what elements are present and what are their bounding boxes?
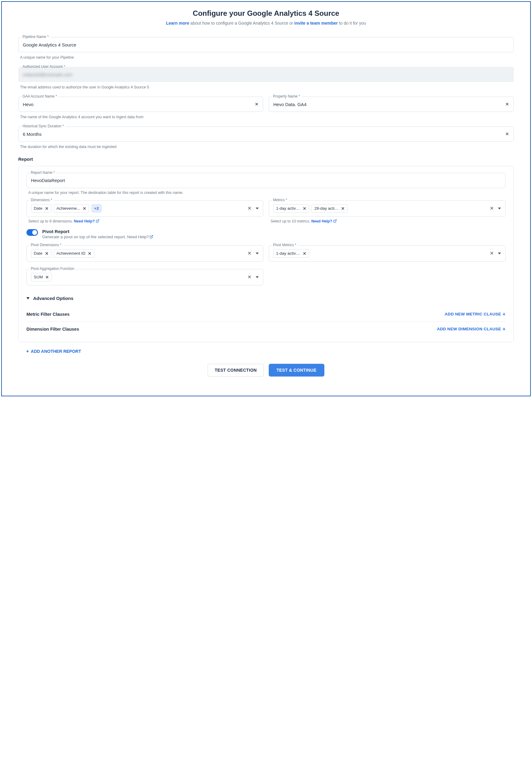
dimension-filter-label: Dimension Filter Clauses: [26, 327, 79, 331]
plus-icon: +: [503, 312, 506, 317]
chip-pivot-agg[interactable]: SUM✕: [31, 273, 52, 282]
pivot-metrics-field: Pivot Metrics * 1-day active u...✕ ✕: [269, 245, 506, 262]
svg-line-2: [151, 235, 153, 237]
clear-all-icon[interactable]: ✕: [490, 206, 494, 211]
pivot-dimensions-field: Pivot Dimensions * Date✕ Achievement ID✕…: [26, 245, 263, 262]
pivot-help-link[interactable]: Need Help?: [127, 235, 153, 239]
report-name-input[interactable]: HevoDataReport: [26, 173, 506, 188]
authorized-account-helper: The email address used to authorize the …: [20, 84, 514, 90]
chip-pivot-dimension[interactable]: Date✕: [31, 249, 51, 258]
chevron-down-icon[interactable]: [256, 252, 259, 254]
metrics-label: Metrics *: [272, 198, 289, 202]
pivot-agg-label: Pivot Aggregation Function: [29, 266, 75, 271]
test-continue-button[interactable]: TEST & CONTINUE: [269, 364, 324, 377]
dimension-filter-row: Dimension Filter Clauses ADD NEW DIMENSI…: [26, 322, 506, 336]
form-actions: TEST CONNECTION TEST & CONTINUE: [18, 364, 514, 377]
report-card: Report Name * HevoDataReport A unique na…: [18, 166, 514, 342]
dimensions-helper: Select up to 9 dimensions. Need Help?: [28, 219, 263, 223]
invite-team-link[interactable]: invite a team member: [294, 21, 338, 25]
authorized-account-field: Authorized User Account * redacted@examp…: [18, 67, 514, 82]
remove-chip-icon[interactable]: ✕: [45, 251, 49, 256]
ga4-account-label: GA4 Account Name *: [21, 94, 58, 98]
property-label: Property Name *: [272, 94, 301, 98]
metric-filter-label: Metric Filter Clauses: [26, 312, 70, 317]
advanced-options-toggle[interactable]: Advanced Options: [26, 296, 506, 301]
clear-all-icon[interactable]: ✕: [247, 250, 251, 256]
pipeline-helper: A unique name for your Pipeline: [20, 55, 514, 60]
historical-sync-select[interactable]: 6 Months ✕: [18, 127, 514, 142]
external-link-icon: [333, 219, 337, 223]
pivot-metrics-label: Pivot Metrics *: [272, 243, 298, 247]
clear-icon[interactable]: ✕: [505, 101, 509, 107]
remove-chip-icon[interactable]: ✕: [341, 206, 345, 211]
plus-icon: +: [503, 327, 506, 331]
chip-metric[interactable]: 28-day active ...✕: [312, 204, 348, 213]
pivot-dimensions-label: Pivot Dimensions *: [29, 243, 63, 247]
historical-sync-label: Historical Sync Duration *: [21, 124, 65, 128]
pipeline-name-field: Pipeline Name * Google Analytics 4 Sourc…: [18, 37, 514, 52]
remove-chip-icon[interactable]: ✕: [45, 206, 49, 211]
clear-all-icon[interactable]: ✕: [247, 206, 251, 211]
report-name-label: Report Name *: [29, 170, 56, 175]
authorized-account-input: redacted@example.com: [18, 67, 514, 82]
property-field: Property Name * Hevo Data. GA4 ✕: [269, 97, 514, 112]
remove-chip-icon[interactable]: ✕: [303, 251, 306, 256]
pipeline-name-label: Pipeline Name *: [21, 34, 50, 39]
dimensions-multiselect[interactable]: Date✕ Achieveme...✕ +2 ✕: [26, 200, 263, 217]
plus-icon: +: [26, 349, 29, 354]
clear-icon[interactable]: ✕: [505, 131, 509, 137]
remove-chip-icon[interactable]: ✕: [45, 275, 49, 280]
chip-pivot-metric[interactable]: 1-day active u...✕: [273, 249, 309, 258]
chip-more[interactable]: +2: [91, 204, 101, 213]
learn-more-link[interactable]: Learn more: [166, 21, 189, 25]
pivot-agg-select[interactable]: SUM✕ ✕: [26, 269, 263, 285]
pivot-agg-field: Pivot Aggregation Function SUM✕ ✕: [26, 269, 263, 285]
chevron-down-icon[interactable]: [498, 208, 501, 209]
test-connection-button[interactable]: TEST CONNECTION: [208, 364, 263, 377]
add-another-report-button[interactable]: +ADD ANOTHER REPORT: [26, 349, 81, 354]
report-name-helper: A unique name for your report. The desti…: [28, 190, 506, 195]
pivot-metrics-multiselect[interactable]: 1-day active u...✕ ✕: [269, 245, 506, 262]
ga4-account-select[interactable]: Hevo ✕: [18, 97, 263, 112]
external-link-icon: [150, 235, 153, 239]
remove-chip-icon[interactable]: ✕: [88, 251, 91, 256]
dimensions-help-link[interactable]: Need Help?: [74, 219, 99, 223]
chip-dimension[interactable]: Achieveme...✕: [54, 204, 89, 213]
chevron-down-icon[interactable]: [256, 276, 259, 278]
chip-metric[interactable]: 1-day active u...✕: [273, 204, 309, 213]
remove-chip-icon[interactable]: ✕: [303, 206, 306, 211]
svg-line-0: [97, 219, 99, 221]
chip-pivot-dimension[interactable]: Achievement ID✕: [54, 249, 94, 258]
authorized-account-label: Authorized User Account *: [21, 64, 66, 69]
pipeline-name-input[interactable]: Google Analytics 4 Source: [18, 37, 514, 52]
pivot-toggle-row: Pivot Report Generate a pivot on top of …: [26, 229, 506, 239]
ga4-account-field: GA4 Account Name * Hevo ✕: [18, 97, 263, 112]
page-subtitle: Learn more about how to configure a Goog…: [18, 21, 514, 25]
page-title: Configure your Google Analytics 4 Source: [18, 9, 514, 18]
historical-sync-field: Historical Sync Duration * 6 Months ✕: [18, 127, 514, 142]
add-dimension-clause-button[interactable]: ADD NEW DIMENSION CLAUSE+: [437, 327, 506, 331]
historical-sync-helper: The duration for which the existing data…: [20, 144, 514, 150]
metric-filter-row: Metric Filter Clauses ADD NEW METRIC CLA…: [26, 307, 506, 322]
metrics-help-link[interactable]: Need Help?: [311, 219, 337, 223]
pivot-desc: Generate a pivot on top of the selected …: [42, 235, 153, 239]
report-section-title: Report: [18, 157, 514, 162]
dimensions-label: Dimensions *: [29, 198, 54, 202]
pivot-report-toggle[interactable]: [26, 229, 38, 236]
pivot-title: Pivot Report: [42, 229, 153, 234]
chevron-down-icon[interactable]: [256, 208, 259, 209]
external-link-icon: [96, 219, 99, 223]
triangle-down-icon: [26, 297, 29, 299]
chevron-down-icon[interactable]: [498, 252, 501, 254]
metrics-multiselect[interactable]: 1-day active u...✕ 28-day active ...✕ ✕: [269, 200, 506, 217]
svg-line-1: [335, 219, 336, 221]
metrics-helper: Select up to 10 metrics. Need Help?: [271, 219, 506, 223]
property-select[interactable]: Hevo Data. GA4 ✕: [269, 97, 514, 112]
add-metric-clause-button[interactable]: ADD NEW METRIC CLAUSE+: [445, 312, 506, 317]
remove-chip-icon[interactable]: ✕: [83, 206, 86, 211]
clear-all-icon[interactable]: ✕: [247, 274, 251, 280]
pivot-dimensions-multiselect[interactable]: Date✕ Achievement ID✕ ✕: [26, 245, 263, 262]
clear-all-icon[interactable]: ✕: [490, 250, 494, 256]
clear-icon[interactable]: ✕: [255, 101, 259, 107]
chip-dimension[interactable]: Date✕: [31, 204, 51, 213]
